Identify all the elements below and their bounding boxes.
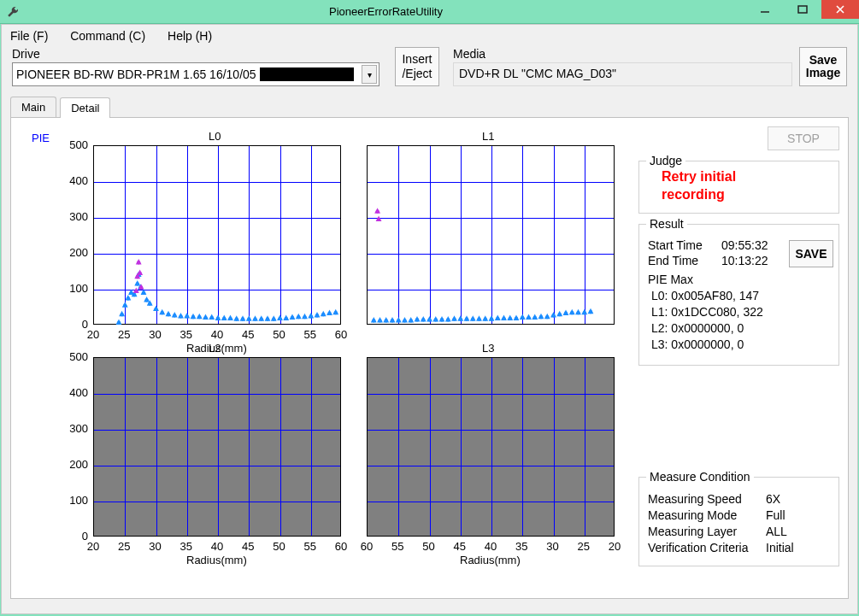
ytick: 300 xyxy=(57,210,88,223)
xtick: 40 xyxy=(207,328,227,341)
xtick: 45 xyxy=(238,328,258,341)
svg-rect-1 xyxy=(798,6,807,13)
measure-condition-label: Measure Condition xyxy=(646,470,754,484)
drive-label: Drive xyxy=(12,47,390,61)
window-maximize-button[interactable] xyxy=(784,0,821,19)
xtick: 30 xyxy=(145,328,166,341)
xtick: 20 xyxy=(604,540,625,553)
xtick: 50 xyxy=(269,328,290,341)
xtick: 60 xyxy=(331,540,351,553)
xlabel: Radius(mm) xyxy=(460,554,521,566)
save-image-button[interactable]: Save Image xyxy=(799,47,847,86)
media-value: DVD+R DL "CMC MAG_D03" xyxy=(453,62,792,86)
menu-command[interactable]: Command (C) xyxy=(70,29,145,43)
chart-title-l3: L3 xyxy=(482,342,494,355)
end-time-label: End Time xyxy=(648,254,721,267)
xtick: 40 xyxy=(207,540,227,553)
drive-select[interactable]: PIONEER BD-RW BDR-PR1M 1.65 16/10/05 ▾ xyxy=(12,62,379,86)
wrench-icon xyxy=(5,4,21,20)
window-minimize-button[interactable] xyxy=(746,0,784,19)
pie-max-row: L3: 0x0000000, 0 xyxy=(651,337,832,351)
measure-row: Verification CriteriaInitial xyxy=(648,541,832,554)
ytick: 400 xyxy=(57,174,88,187)
chart-l2 xyxy=(93,357,341,537)
save-button[interactable]: SAVE xyxy=(789,240,833,267)
ytick: 100 xyxy=(57,282,88,295)
menubar: File (F) Command (C) Help (H) xyxy=(2,25,857,47)
result-group: Result SAVE Start Time09:55:32 End Time1… xyxy=(638,224,839,366)
xtick: 25 xyxy=(114,540,134,553)
xtick: 50 xyxy=(419,540,439,553)
chevron-down-icon[interactable]: ▾ xyxy=(362,65,377,84)
xtick: 30 xyxy=(543,540,563,553)
pie-max-label: PIE Max xyxy=(648,273,832,286)
tab-detail[interactable]: Detail xyxy=(60,97,110,118)
start-time-value: 09:55:32 xyxy=(721,238,768,252)
measure-condition-group: Measure Condition Measuring Speed6XMeasu… xyxy=(638,477,839,566)
xtick: 55 xyxy=(300,328,321,341)
xtick: 60 xyxy=(356,540,377,553)
chart-data-l1 xyxy=(368,146,615,326)
xtick: 25 xyxy=(114,328,134,341)
xtick: 20 xyxy=(83,540,103,553)
start-time-label: Start Time xyxy=(648,238,721,252)
chart-l1 xyxy=(367,145,615,325)
app-body: File (F) Command (C) Help (H) Drive PION… xyxy=(1,24,858,614)
drive-value: PIONEER BD-RW BDR-PR1M 1.65 16/10/05 xyxy=(16,67,256,81)
xtick: 35 xyxy=(176,328,197,341)
ytick: 100 xyxy=(57,494,88,507)
menu-help[interactable]: Help (H) xyxy=(168,29,212,43)
pie-max-row: L1: 0x1DCC080, 322 xyxy=(651,305,832,319)
ytick: 200 xyxy=(57,246,88,259)
tab-content: PIE L05004003002001000202530354045505560… xyxy=(10,118,849,599)
stop-button[interactable]: STOP xyxy=(768,126,839,150)
tab-main[interactable]: Main xyxy=(10,97,56,117)
window-close-button[interactable] xyxy=(821,0,859,19)
xtick: 35 xyxy=(511,540,532,553)
chart-l0 xyxy=(93,145,341,325)
xtick: 30 xyxy=(145,540,166,553)
chart-title-l0: L0 xyxy=(209,130,221,143)
xtick: 55 xyxy=(300,540,321,553)
ytick: 500 xyxy=(57,138,88,151)
xtick: 40 xyxy=(480,540,501,553)
xtick: 35 xyxy=(176,540,197,553)
pie-max-row: L2: 0x0000000, 0 xyxy=(651,321,832,335)
xlabel: Radius(mm) xyxy=(186,554,247,566)
drive-serial-redacted xyxy=(260,67,354,81)
xtick: 60 xyxy=(331,328,351,341)
sidebar: STOP Judge Retry initial recording Resul… xyxy=(633,126,844,593)
ytick: 200 xyxy=(57,458,88,471)
xtick: 45 xyxy=(238,540,258,553)
judge-text: Retry initial recording xyxy=(648,168,832,204)
measure-row: Measuring ModeFull xyxy=(648,508,832,522)
ytick: 500 xyxy=(57,350,88,363)
xtick: 45 xyxy=(450,540,470,553)
result-label: Result xyxy=(646,217,687,231)
menu-file[interactable]: File (F) xyxy=(10,29,48,43)
pie-axis-label: PIE xyxy=(32,132,50,144)
xtick: 50 xyxy=(269,540,290,553)
insert-eject-button[interactable]: Insert /Eject xyxy=(395,47,439,86)
ytick: 300 xyxy=(57,422,88,435)
tab-bar: Main Detail xyxy=(10,97,849,118)
window-title: PioneerErrorRateUtility xyxy=(26,5,746,18)
chart-title-l2: L2 xyxy=(209,342,221,355)
charts-area: PIE L05004003002001000202530354045505560… xyxy=(15,126,633,593)
end-time-value: 10:13:22 xyxy=(721,254,768,267)
chart-title-l1: L1 xyxy=(482,130,494,143)
judge-group: Judge Retry initial recording xyxy=(638,161,839,214)
chart-l3 xyxy=(367,357,615,537)
media-label: Media xyxy=(453,47,792,61)
xtick: 25 xyxy=(574,540,594,553)
measure-row: Measuring Speed6X xyxy=(648,492,832,506)
chart-data-l0 xyxy=(94,146,342,326)
measure-row: Measuring LayerALL xyxy=(648,525,832,538)
judge-label: Judge xyxy=(646,154,685,167)
titlebar: PioneerErrorRateUtility xyxy=(0,0,859,24)
xtick: 55 xyxy=(387,540,408,553)
ytick: 400 xyxy=(57,386,88,399)
xtick: 20 xyxy=(83,328,103,341)
pie-max-row: L0: 0x005AF80, 147 xyxy=(651,289,832,302)
